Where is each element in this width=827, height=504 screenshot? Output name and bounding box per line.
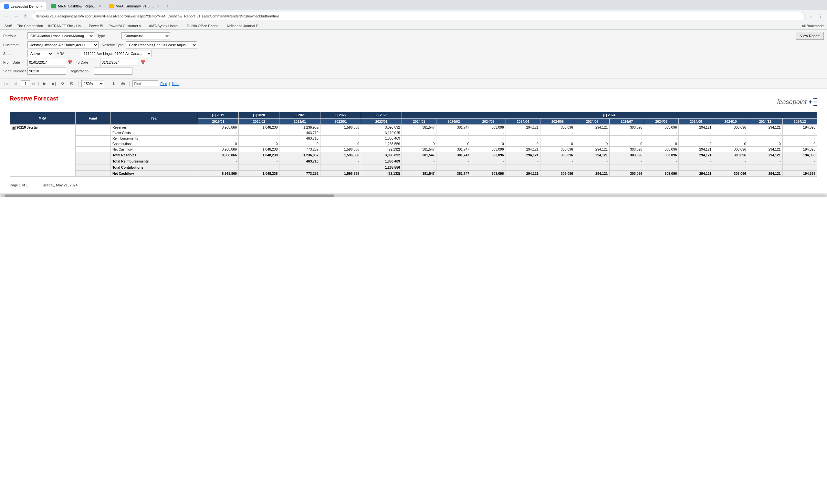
tab-2[interactable]: MRA_Cashflow_Report_v1.1 - × <box>47 2 105 10</box>
val-totreimb-202404: - <box>505 158 540 164</box>
tab-3-close[interactable]: × <box>156 4 159 8</box>
refresh-button[interactable]: ⟳ <box>59 80 66 87</box>
find-button[interactable]: Find <box>160 82 167 86</box>
toolbar-sep-3 <box>129 81 130 87</box>
serial-label: Serial Number <box>3 69 26 73</box>
year-2023-toggle[interactable]: □ <box>376 114 379 117</box>
month-2024-09: 2024/09 <box>679 118 713 125</box>
bookmark-dublin[interactable]: Dublin Office Phone... <box>185 23 223 28</box>
val-totnet-202408: 303,096 <box>644 170 679 177</box>
fund-col-header: Fund <box>75 112 110 125</box>
val-totres-202412: 194,393 <box>782 152 817 158</box>
reserve-type-filter: Reserve Type Cash Reserves,End Of Lease … <box>102 41 197 48</box>
tab-1-close[interactable]: × <box>40 4 43 9</box>
year-2019-toggle[interactable]: □ <box>212 114 215 117</box>
bookmark-amt[interactable]: AMT-Sybex Home ... <box>147 23 184 28</box>
export-button[interactable]: ⬇ <box>110 80 117 87</box>
prev-page-button[interactable]: ◀ <box>12 80 19 87</box>
extensions-button[interactable]: ⋮ <box>817 12 824 20</box>
year-2019-header: □2019 <box>198 112 238 118</box>
report-area: Reserve Forecast leasepoint ✦ ━━━━━━ MRA… <box>0 89 827 194</box>
tab-2-label: MRA_Cashflow_Report_v1.1 - <box>58 4 97 8</box>
status-select[interactable]: Active <box>28 50 53 57</box>
mra-expand-icon[interactable]: ⊞ <box>12 126 15 130</box>
year-2022-toggle[interactable]: □ <box>335 114 338 117</box>
tab-2-close[interactable]: × <box>99 4 101 8</box>
from-date-input[interactable] <box>28 59 66 66</box>
bookmark-intranet[interactable]: INTRANET Site - Ho... <box>46 23 86 28</box>
zoom-select[interactable]: 150% 25% 50% 75% 100% 125% 200% <box>82 80 104 87</box>
val-totnet-202412: 194,393 <box>782 170 817 177</box>
tab-bar: Leasepoint Demo × MRA_Cashflow_Report_v1… <box>0 0 827 10</box>
last-page-button[interactable]: ▶| <box>50 80 57 87</box>
val-reimb-202401: - <box>402 136 436 141</box>
type-select[interactable]: Contractual <box>121 32 170 39</box>
horizontal-scrollbar[interactable] <box>0 194 827 197</box>
bookmark-stuff-label: Stuff <box>4 24 12 28</box>
val-totcontrib-2021: - <box>280 164 320 170</box>
val-event-2019: - <box>198 130 238 136</box>
to-date-input[interactable] <box>100 59 139 66</box>
from-date-icon[interactable]: 📅 <box>68 60 73 65</box>
year-2024-toggle[interactable]: □ <box>603 114 607 117</box>
next-page-button[interactable]: ▶ <box>41 80 48 87</box>
find-input[interactable] <box>133 81 158 87</box>
url-bar[interactable]: demo-rs.v10.leasepoint.aero/ReportServer… <box>32 12 805 20</box>
fund-cell-reimb <box>75 136 110 141</box>
val-totcontrib-202411: - <box>748 164 782 170</box>
scrollbar-thumb[interactable] <box>4 195 334 197</box>
val-totnet-202406: 294,121 <box>575 170 609 177</box>
val-totcontrib-2022: - <box>320 164 361 170</box>
val-totres-202408: 303,096 <box>644 152 679 158</box>
page-number-input[interactable] <box>21 81 30 87</box>
filter-row-4: From Date 📅 To Date 📅 <box>3 59 824 66</box>
footer-page: Page 1 of 1 <box>10 183 28 187</box>
forward-button[interactable]: → <box>12 12 20 20</box>
customer-select[interactable]: Jetstar,Lufthansa,Air France,Aer Li... <box>28 41 99 48</box>
tab-1[interactable]: Leasepoint Demo × <box>0 2 47 10</box>
reserve-type-label: Reserve Type <box>102 43 125 47</box>
val-reserves-2021: 1,236,962 <box>280 125 320 130</box>
reserve-type-select[interactable]: Cash Reserves,End Of Lease Adjus... <box>126 41 197 48</box>
val-totnet-202403: 303,096 <box>471 170 505 177</box>
registration-input[interactable] <box>94 67 133 74</box>
first-page-button[interactable]: |◀ <box>3 80 10 87</box>
portfolio-select[interactable]: GIS Aviation,Lease,iLease-Manag... <box>28 32 94 39</box>
mra-select[interactable]: 111222,Aer Lingus,27002,Air Cana... <box>81 50 152 57</box>
serial-input[interactable] <box>28 67 66 74</box>
print-button[interactable]: 🖶 <box>119 80 126 87</box>
val-contrib-202406: 0 <box>575 141 609 147</box>
year-2021-toggle[interactable]: □ <box>294 114 297 117</box>
val-contrib-2021: 0 <box>280 141 320 147</box>
back-button[interactable]: ← <box>3 12 10 20</box>
bookmark-competition[interactable]: The Competition <box>15 23 45 28</box>
report-table-container: MRA Fund Year □2019 □2020 □2021 □2022 <box>10 112 817 177</box>
bookmark-powerbi-customer[interactable]: PowerBI Customer v... <box>107 23 146 28</box>
year-2020-toggle[interactable]: □ <box>253 114 256 117</box>
year-2020-header: □2020 <box>239 112 280 118</box>
year-col-header: Year <box>110 112 198 125</box>
val-net-2022: 1,596,588 <box>320 147 361 152</box>
to-date-icon[interactable]: 📅 <box>141 60 145 65</box>
bookmark-stuff[interactable]: Stuff <box>3 23 13 28</box>
bookmark-star[interactable]: ☆ <box>807 12 815 20</box>
reload-button[interactable]: ↻ <box>22 12 30 20</box>
all-bookmarks-button[interactable]: All Bookmarks <box>802 24 824 28</box>
val-totnet-202402: 381,747 <box>436 170 471 177</box>
val-totreimb-202401: - <box>402 158 436 164</box>
bookmark-airfinance[interactable]: Airfinance Journal D... <box>225 23 263 28</box>
stop-button[interactable]: ⊠ <box>68 80 75 87</box>
val-totcontrib-2023: 1,265,556 <box>361 164 402 170</box>
bookmark-powerbi[interactable]: Power BI <box>87 23 105 28</box>
next-button[interactable]: Next <box>172 82 180 86</box>
category-total-contributions: Total Contributions <box>110 164 198 170</box>
val-contrib-202409: 0 <box>679 141 713 147</box>
new-tab-button[interactable]: + <box>163 2 172 10</box>
val-event-202403: - <box>471 130 505 136</box>
view-report-button[interactable]: View Report <box>796 32 824 40</box>
table-row-total-reimbursements: Total Reimbursements - - 463,710 - 1,853… <box>10 158 817 164</box>
val-net-2021: 773,252 <box>280 147 320 152</box>
month-2022-01: 2022/01 <box>320 118 361 125</box>
tab-3[interactable]: MRA_Summary_v1.3 - Power BI × <box>105 2 162 10</box>
val-totnet-2021: 773,252 <box>280 170 320 177</box>
